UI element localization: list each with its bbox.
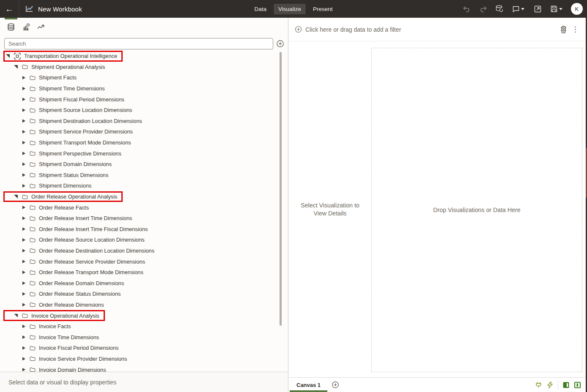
expand-toggle-icon[interactable] — [22, 184, 25, 188]
tree-row[interactable]: Invoice Time Dimensions — [0, 332, 288, 343]
redo-icon[interactable] — [477, 3, 489, 15]
folder-icon — [30, 183, 36, 188]
tree-row[interactable]: Shipment Status Dimensions — [0, 170, 288, 181]
tree-row[interactable]: Shipment Source Location Dimensions — [0, 105, 288, 116]
filter-controls-icon[interactable] — [557, 24, 569, 35]
tab-visualizations[interactable] — [19, 18, 33, 36]
undo-icon[interactable] — [460, 3, 473, 15]
tab-data[interactable]: Data — [250, 4, 272, 14]
drop-zone[interactable]: Drop Visualizations or Data Here — [371, 48, 582, 372]
tree-row[interactable]: Order Release Service Provider Dimension… — [0, 256, 288, 267]
expand-toggle-icon[interactable] — [14, 65, 18, 69]
tree-row[interactable]: Order Release Domain Dimensions — [0, 278, 288, 289]
filter-bar-menu-icon[interactable]: ⋮ — [569, 24, 581, 35]
auto-apply-bolt-icon[interactable] — [546, 381, 554, 389]
tree-item-label: Order Release Source Location Dimensions — [39, 237, 145, 243]
tree-row[interactable]: Transportation Operational Intelligence — [0, 51, 288, 62]
tab-analytics[interactable] — [34, 18, 47, 36]
tree-item-label: Invoice Service Provider Dimensions — [39, 356, 127, 362]
tab-visualize[interactable]: Visualize — [274, 4, 306, 14]
expand-toggle-icon[interactable] — [22, 249, 25, 253]
tree-row[interactable]: Invoice Domain Dimensions — [0, 364, 288, 372]
user-avatar[interactable]: K — [571, 3, 583, 15]
tree-row[interactable]: Shipment Transport Mode Dimensions — [0, 137, 288, 148]
tree-row[interactable]: Order Release Insert Time Dimensions — [0, 213, 288, 224]
expand-toggle-icon[interactable] — [22, 141, 25, 144]
tree-item-label: Order Release Domain Dimensions — [39, 280, 124, 286]
expand-toggle-icon[interactable] — [22, 216, 25, 220]
tree-row[interactable]: Shipment Dimensions — [0, 180, 288, 191]
expand-toggle-icon[interactable] — [22, 238, 25, 242]
export-icon[interactable] — [531, 3, 544, 15]
tree-row[interactable]: Order Release Status Dimensions — [0, 289, 288, 299]
tree-row[interactable]: Shipment Perspective Dimensions — [0, 148, 288, 159]
tree-row[interactable]: Shipment Fiscal Period Dimensions — [0, 94, 288, 105]
tree-row[interactable]: Invoice Fiscal Period Dimensions — [0, 343, 288, 354]
folder-icon — [30, 216, 36, 221]
expand-toggle-icon[interactable] — [22, 98, 25, 101]
expand-toggle-icon[interactable] — [22, 270, 25, 274]
tree-row[interactable]: Shipment Destination Location Dimensions — [0, 116, 288, 127]
tab-present[interactable]: Present — [308, 4, 337, 14]
tree-row[interactable]: Invoice Service Provider Dimensions — [0, 354, 288, 365]
expand-toggle-icon[interactable] — [22, 324, 25, 328]
add-filter-button[interactable]: Click here or drag data to add a filter — [295, 26, 401, 33]
expand-toggle-icon[interactable] — [22, 108, 25, 112]
toggle-panel-view-icon[interactable] — [574, 381, 581, 389]
expand-toggle-icon[interactable] — [22, 281, 25, 285]
tree-item-label: Invoice Fiscal Period Dimensions — [39, 345, 118, 351]
canvas-bar: Canvas 1 — [289, 377, 587, 392]
expand-toggle-icon[interactable] — [22, 152, 25, 155]
tree-row[interactable]: Order Release Destination Location Dimen… — [0, 245, 288, 256]
tree-row[interactable]: Shipment Time Dimensions — [0, 83, 288, 94]
panel-scrollbar[interactable] — [280, 52, 282, 326]
tree-row[interactable]: Shipment Domain Dimensions — [0, 159, 288, 170]
back-button[interactable]: ← — [0, 0, 19, 18]
expand-toggle-icon[interactable] — [22, 346, 25, 350]
expand-toggle-icon[interactable] — [22, 292, 25, 296]
expand-toggle-icon[interactable] — [14, 195, 18, 199]
expand-toggle-icon[interactable] — [22, 206, 25, 210]
expand-toggle-icon[interactable] — [22, 335, 25, 339]
add-canvas-button[interactable] — [332, 381, 339, 389]
folder-icon — [22, 64, 28, 69]
expand-toggle-icon[interactable] — [22, 227, 25, 231]
tree-row[interactable]: Invoice Operational Analysis — [0, 310, 288, 321]
tree-item-label: Order Release Transport Mode Dimensions — [39, 269, 143, 275]
save-menu[interactable] — [548, 3, 565, 15]
expand-toggle-icon[interactable] — [22, 368, 25, 372]
folder-icon — [22, 313, 28, 318]
search-input[interactable] — [4, 38, 273, 49]
expand-toggle-icon[interactable] — [6, 54, 10, 58]
tree-item-label: Order Release Facts — [39, 204, 89, 211]
expand-toggle-icon[interactable] — [22, 76, 25, 79]
expand-toggle-icon[interactable] — [22, 260, 25, 264]
expand-toggle-icon[interactable] — [22, 303, 25, 307]
tree-row[interactable]: Shipment Operational Analysis — [0, 62, 288, 73]
comments-menu[interactable] — [510, 3, 527, 15]
canvas-area: Select Visualization to View Details Dro… — [289, 41, 587, 377]
add-data-button[interactable] — [276, 40, 284, 48]
refresh-data-icon[interactable] — [493, 3, 506, 15]
expand-toggle-icon[interactable] — [22, 87, 25, 90]
tree-row[interactable]: Order Release Operational Analysis — [0, 191, 288, 202]
tree-row[interactable]: Order Release Insert Time Fiscal Dimensi… — [0, 224, 288, 235]
tree-row[interactable]: Invoice Facts — [0, 321, 288, 332]
expand-toggle-icon[interactable] — [14, 314, 18, 318]
tree-row[interactable]: Shipment Facts — [0, 72, 288, 83]
expand-toggle-icon[interactable] — [22, 119, 25, 123]
tree-row[interactable]: Order Release Transport Mode Dimensions — [0, 267, 288, 278]
tree-row[interactable]: Shipment Service Provider Dimensions — [0, 126, 288, 137]
expand-toggle-icon[interactable] — [22, 357, 25, 361]
expand-toggle-icon[interactable] — [22, 173, 25, 177]
canvas-tab[interactable]: Canvas 1 — [290, 378, 327, 392]
expand-toggle-icon[interactable] — [22, 162, 25, 166]
tree-item-label: Invoice Time Dimensions — [39, 334, 99, 340]
toggle-grid-view-icon[interactable] — [562, 381, 570, 389]
tab-data-elements[interactable] — [4, 18, 18, 36]
tree-row[interactable]: Order Release Source Location Dimensions — [0, 234, 288, 245]
tree-row[interactable]: Order Release Dimensions — [0, 299, 288, 310]
expand-toggle-icon[interactable] — [22, 130, 25, 133]
data-plug-icon[interactable] — [535, 381, 542, 389]
tree-row[interactable]: Order Release Facts — [0, 202, 288, 213]
